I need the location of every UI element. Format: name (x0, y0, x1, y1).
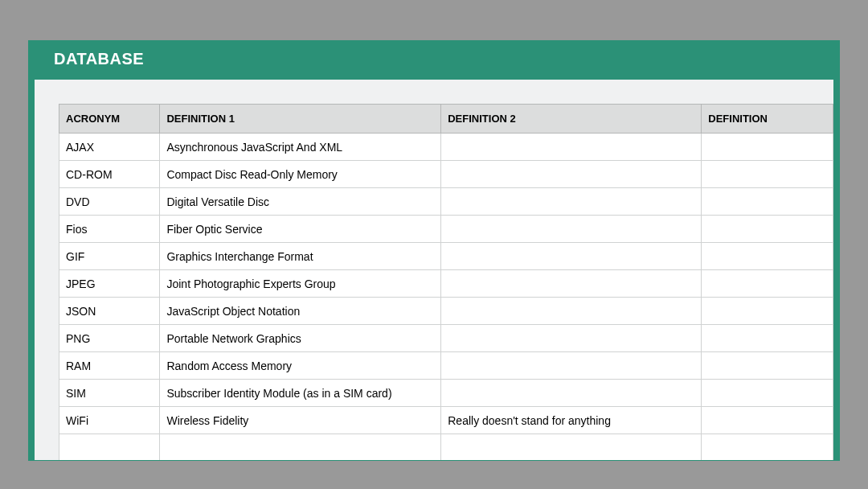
cell-def1[interactable]: Subscriber Identity Module (as in a SIM … (160, 380, 441, 407)
cell-def3[interactable] (702, 270, 833, 298)
cell-acronym[interactable]: WiFi (59, 407, 160, 434)
database-panel: DATABASE ACRONYM DEFINITION 1 DEFINITION… (28, 40, 840, 461)
cell-def1[interactable]: Joint Photographic Experts Group (160, 270, 441, 298)
cell-acronym[interactable]: JPEG (59, 270, 160, 298)
cell-def1[interactable]: Graphics Interchange Format (160, 243, 441, 270)
cell-def2[interactable] (441, 134, 702, 161)
acronym-table: ACRONYM DEFINITION 1 DEFINITION 2 DEFINI… (59, 104, 833, 460)
cell-def1[interactable]: Compact Disc Read-Only Memory (160, 161, 441, 188)
cell-acronym[interactable]: DVD (59, 188, 160, 216)
cell-def2[interactable] (441, 216, 702, 243)
cell-def1[interactable]: Portable Network Graphics (160, 325, 441, 352)
cell-acronym[interactable]: RAM (59, 352, 160, 380)
cell-def2[interactable] (441, 270, 702, 298)
table-row: JSON JavaScript Object Notation (59, 298, 833, 325)
cell-acronym[interactable]: Fios (59, 216, 160, 243)
table-row: CD-ROM Compact Disc Read-Only Memory (59, 161, 833, 188)
table-row (59, 434, 833, 461)
table-body: AJAX Asynchronous JavaScript And XML CD-… (59, 134, 833, 461)
cell-acronym[interactable]: SIM (59, 380, 160, 407)
cell-def3[interactable] (702, 161, 833, 188)
table-row: SIM Subscriber Identity Module (as in a … (59, 380, 833, 407)
cell-def2[interactable] (441, 243, 702, 270)
table-row: RAM Random Access Memory (59, 352, 833, 380)
cell-def3[interactable] (702, 325, 833, 352)
cell-def3[interactable] (702, 434, 833, 461)
cell-acronym[interactable]: PNG (59, 325, 160, 352)
header-definition-3[interactable]: DEFINITION (702, 105, 833, 134)
cell-def3[interactable] (702, 352, 833, 380)
cell-def1[interactable]: JavaScript Object Notation (160, 298, 441, 325)
cell-def2[interactable] (441, 380, 702, 407)
cell-def2[interactable] (441, 188, 702, 216)
cell-def1[interactable]: Wireless Fidelity (160, 407, 441, 434)
header-acronym[interactable]: ACRONYM (59, 105, 160, 134)
table-row: PNG Portable Network Graphics (59, 325, 833, 352)
cell-def1[interactable]: Fiber Optic Service (160, 216, 441, 243)
cell-acronym[interactable] (59, 434, 160, 461)
cell-def3[interactable] (702, 134, 833, 161)
table-row: DVD Digital Versatile Disc (59, 188, 833, 216)
cell-def2[interactable] (441, 298, 702, 325)
cell-def1[interactable] (160, 434, 441, 461)
table-row: JPEG Joint Photographic Experts Group (59, 270, 833, 298)
table-row: WiFi Wireless Fidelity Really doesn't st… (59, 407, 833, 434)
cell-acronym[interactable]: CD-ROM (59, 161, 160, 188)
page-title: DATABASE (28, 40, 840, 80)
cell-def1[interactable]: Digital Versatile Disc (160, 188, 441, 216)
table-row: AJAX Asynchronous JavaScript And XML (59, 134, 833, 161)
header-definition-2[interactable]: DEFINITION 2 (441, 105, 702, 134)
cell-def3[interactable] (702, 243, 833, 270)
cell-def3[interactable] (702, 407, 833, 434)
cell-def3[interactable] (702, 188, 833, 216)
table-header-row: ACRONYM DEFINITION 1 DEFINITION 2 DEFINI… (59, 105, 833, 134)
cell-def2[interactable] (441, 352, 702, 380)
content-area: ACRONYM DEFINITION 1 DEFINITION 2 DEFINI… (35, 80, 833, 460)
cell-def2[interactable] (441, 325, 702, 352)
cell-acronym[interactable]: JSON (59, 298, 160, 325)
header-definition-1[interactable]: DEFINITION 1 (160, 105, 441, 134)
table-row: GIF Graphics Interchange Format (59, 243, 833, 270)
cell-def1[interactable]: Asynchronous JavaScript And XML (160, 134, 441, 161)
cell-def1[interactable]: Random Access Memory (160, 352, 441, 380)
cell-def2[interactable] (441, 161, 702, 188)
cell-acronym[interactable]: GIF (59, 243, 160, 270)
table-row: Fios Fiber Optic Service (59, 216, 833, 243)
cell-def3[interactable] (702, 216, 833, 243)
cell-def3[interactable] (702, 298, 833, 325)
cell-def2[interactable]: Really doesn't stand for anything (441, 407, 702, 434)
cell-acronym[interactable]: AJAX (59, 134, 160, 161)
cell-def2[interactable] (441, 434, 702, 461)
table-wrapper: ACRONYM DEFINITION 1 DEFINITION 2 DEFINI… (59, 104, 833, 460)
cell-def3[interactable] (702, 380, 833, 407)
